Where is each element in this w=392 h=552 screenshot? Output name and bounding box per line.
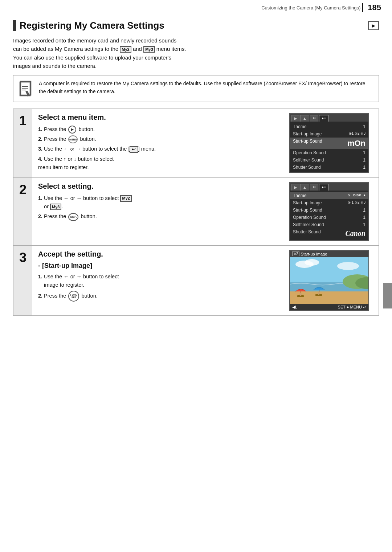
- step-2-left: Select a setting. 1. Use the ← or → butt…: [38, 182, 283, 222]
- step-2-instr-2: 2. Press the DISP. button.: [38, 212, 283, 221]
- func-set-button[interactable]: FUNC SET: [68, 291, 79, 302]
- breadcrumb: Customizing the Camera (My Camera Settin…: [261, 5, 360, 11]
- startup-image-photo: [290, 257, 368, 304]
- row-label-selfsound: Selftimer Sound: [293, 158, 324, 163]
- step-2-row: Select a setting. 1. Use the ← or → butt…: [38, 182, 373, 241]
- step-1-content: Select a menu item. 1. Press the ▶ butto…: [32, 109, 379, 177]
- row2-val-selfsound: 1: [363, 222, 366, 227]
- step-3-instr-1: 1. Use the ← or → button to select image…: [38, 273, 283, 289]
- camera-menu-rows-1: Theme 1 Start-up Image ※1 ※2 ※3 Start-up…: [290, 122, 368, 172]
- step-3-instr-2: 2. Press the FUNC SET button.: [38, 291, 283, 302]
- step-2-content: Select a setting. 1. Use the ← or → butt…: [32, 178, 379, 245]
- divider: [362, 3, 363, 12]
- cam-row-startimage: Start-up Image ※1 ※2 ※3: [290, 130, 368, 138]
- step-2-instructions: 1. Use the ← or → button to select My2 o…: [38, 194, 283, 221]
- row2-val-shuttersound: Canon: [345, 229, 366, 238]
- row-label-theme: Theme: [293, 124, 306, 129]
- step-3-subheading: - [Start-up Image]: [38, 262, 283, 270]
- my2-icon: My2: [120, 46, 131, 53]
- page-header: Customizing the Camera (My Camera Settin…: [0, 0, 392, 14]
- step-2-instr-1: 1. Use the ← or → button to select My2 o…: [38, 194, 283, 211]
- startup-image-title-icon: ※2: [292, 252, 299, 256]
- svg-point-17: [299, 293, 302, 296]
- play-button[interactable]: ▶: [68, 126, 76, 134]
- camera-menu-tabs-1: ▶ ▲ ♦♦ ●○: [290, 114, 368, 122]
- row-val-opsound: 1: [363, 150, 366, 155]
- disp-badge: DISP: [352, 193, 362, 197]
- my3-icon: My3: [143, 46, 155, 53]
- startup-image-header: ※2 Start-up Image: [290, 251, 368, 257]
- step-2-screenshot: ▶ ▲ ♦♦ ●○ Theme ※ DISP ● Start-up Image: [289, 182, 373, 241]
- title-bar: Registering My Camera Settings ▶: [13, 20, 379, 31]
- step-2-heading: Select a setting.: [38, 182, 283, 191]
- step-1-heading: Select a menu item.: [38, 113, 283, 122]
- cam-row-selfsound: Selftimer Sound 1: [290, 156, 368, 164]
- step-3-instructions: 1. Use the ← or → button to select image…: [38, 273, 283, 302]
- title-accent-bar: [13, 20, 16, 31]
- playback-icon: ▶: [372, 23, 375, 28]
- step-3-block: 3 Accept the setting. - [Start-up Image]…: [13, 246, 379, 316]
- row2-label-theme: Theme: [293, 193, 306, 198]
- disp-button[interactable]: DISP.: [68, 213, 78, 221]
- svg-point-10: [337, 262, 359, 270]
- step-2-number-col: 2: [13, 178, 32, 245]
- row2-val-startsound: 1: [363, 208, 366, 213]
- step-2-block: 2 Select a setting. 1. Use the ← or → bu…: [13, 178, 379, 246]
- step-1-block: 1 Select a menu item. 1. Press the ▶ but…: [13, 109, 379, 178]
- row-val-selfsound: 1: [363, 158, 366, 163]
- step-1-instr-1: 1. Press the ▶ button.: [38, 125, 283, 134]
- row-val-theme: 1: [363, 124, 366, 129]
- playback-icon-box: ▶: [368, 21, 379, 30]
- row-label-opsound: Operation Sound: [293, 150, 326, 155]
- step-3-left: Accept the setting. - [Start-up Image] 1…: [38, 250, 283, 303]
- note-icon: [19, 80, 34, 97]
- step-1-instr-4: 4. Use the ↑ or ↓ button to select menu …: [38, 155, 283, 172]
- row-val-shuttersound: 1: [363, 165, 366, 170]
- note-svg: [19, 81, 33, 97]
- my-camera-menu-icon: ●○: [130, 146, 138, 153]
- cam-row2-shuttersound: Shutter Sound Canon: [290, 228, 368, 239]
- cam-row2-selfsound: Selftimer Sound 1: [290, 221, 368, 228]
- step-1-number-col: 1: [13, 109, 32, 177]
- row2-val-theme: ※ DISP ●: [348, 193, 366, 198]
- my2-badge: My2: [120, 195, 131, 202]
- row2-label-startimage: Start-up Image: [293, 200, 322, 205]
- cam-row2-theme: Theme ※ DISP ●: [290, 192, 368, 199]
- row-val-startsound: mOn: [347, 139, 366, 148]
- main-content: Registering My Camera Settings ▶ Images …: [0, 14, 392, 323]
- menu-button[interactable]: MENU: [68, 135, 78, 143]
- cam-row2-opsound: Operation Sound 1: [290, 214, 368, 221]
- camera-menu-2: ▶ ▲ ♦♦ ●○ Theme ※ DISP ● Start-up Image: [289, 182, 369, 241]
- step-1-number: 1: [19, 113, 26, 128]
- row2-label-selfsound: Selftimer Sound: [293, 222, 324, 227]
- cam-row-opsound: Operation Sound 1: [290, 149, 368, 156]
- step-3-row: Accept the setting. - [Start-up Image] 1…: [38, 250, 373, 311]
- step-1-left: Select a menu item. 1. Press the ▶ butto…: [38, 113, 283, 173]
- step-3-number: 3: [19, 250, 26, 265]
- my3-badge: My3: [50, 204, 61, 210]
- camera-menu-rows-2: Theme ※ DISP ● Start-up Image ※ 1 ※2 ※3 …: [290, 191, 368, 240]
- row2-val-startimage: ※ 1 ※2 ※3: [348, 200, 366, 205]
- row-val-startimage: ※1 ※2 ※3: [349, 131, 366, 136]
- cam-row2-startimage: Start-up Image ※ 1 ※2 ※3: [290, 199, 368, 207]
- startup-image-footer: ◀L SET ● MENU ↩: [290, 304, 368, 310]
- step-3-screenshot: ※2 Start-up Image: [289, 250, 373, 311]
- camera-menu-tabs-2: ▶ ▲ ♦♦ ●○: [290, 183, 368, 191]
- step-3-number-col: 3: [13, 246, 32, 315]
- page-number: 185: [368, 3, 381, 12]
- row-label-shuttersound: Shutter Sound: [293, 165, 321, 170]
- cam-row-theme: Theme 1: [290, 123, 368, 130]
- note-box: A computer is required to restore the My…: [13, 75, 379, 102]
- tab2-play: ▶: [291, 184, 299, 191]
- page-title: Registering My Camera Settings: [20, 20, 368, 31]
- cam-row2-startsound: Start-up Sound 1: [290, 207, 368, 214]
- startup-image-box: ※2 Start-up Image: [289, 250, 369, 311]
- step-1-instructions: 1. Press the ▶ button. 2. Press the MENU…: [38, 125, 283, 172]
- step-1-instr-2: 2. Press the MENU button.: [38, 135, 283, 143]
- note-text: A computer is required to restore the My…: [39, 80, 373, 95]
- cam-row-shuttersound: Shutter Sound 1: [290, 164, 368, 171]
- beach-svg: [290, 257, 368, 304]
- step-2-number: 2: [19, 182, 26, 197]
- footer-left-icon: ◀L: [292, 305, 297, 310]
- svg-point-18: [318, 292, 320, 295]
